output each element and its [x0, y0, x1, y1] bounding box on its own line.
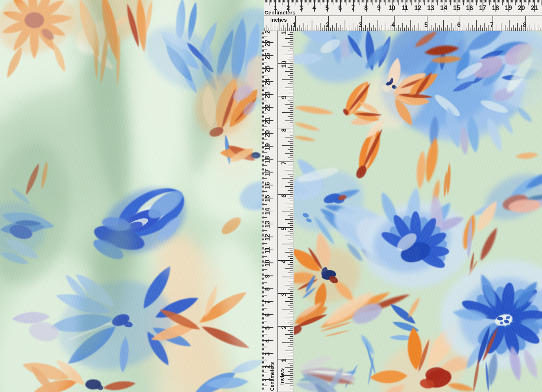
svg-text:10: 10	[264, 260, 271, 267]
svg-text:5: 5	[280, 227, 288, 231]
svg-text:2: 2	[280, 326, 288, 329]
svg-text:7: 7	[351, 4, 355, 12]
svg-text:4: 4	[280, 260, 288, 263]
svg-text:3: 3	[300, 4, 303, 12]
svg-text:22: 22	[264, 104, 271, 111]
svg-text:8: 8	[264, 287, 271, 291]
svg-text:13: 13	[264, 221, 271, 228]
svg-text:24: 24	[264, 78, 271, 86]
svg-text:19: 19	[505, 4, 512, 12]
svg-text:13: 13	[427, 4, 434, 12]
svg-text:6: 6	[264, 313, 271, 317]
svg-text:Centimeters: Centimeters	[270, 362, 275, 391]
svg-text:8: 8	[364, 4, 368, 12]
svg-text:3: 3	[280, 293, 288, 296]
svg-text:27: 27	[264, 39, 271, 46]
svg-text:4: 4	[313, 4, 316, 12]
svg-text:1: 1	[280, 358, 288, 362]
svg-text:Inches: Inches	[270, 17, 287, 23]
svg-text:4: 4	[264, 339, 271, 343]
svg-text:1: 1	[293, 21, 296, 29]
svg-text:6: 6	[338, 4, 342, 12]
svg-text:2: 2	[326, 21, 329, 29]
svg-text:7: 7	[490, 21, 494, 29]
svg-text:20: 20	[518, 4, 525, 12]
svg-text:8: 8	[280, 128, 288, 132]
svg-text:5: 5	[264, 326, 271, 330]
svg-text:10: 10	[280, 61, 288, 68]
svg-text:25: 25	[264, 65, 271, 73]
svg-text:10: 10	[388, 4, 396, 12]
svg-text:17: 17	[264, 169, 271, 176]
svg-text:18: 18	[492, 4, 499, 12]
svg-text:12: 12	[414, 4, 421, 12]
svg-text:11: 11	[401, 4, 408, 12]
svg-text:9: 9	[377, 4, 381, 12]
svg-text:16: 16	[466, 4, 473, 12]
svg-text:21: 21	[264, 117, 271, 124]
svg-text:14: 14	[440, 4, 447, 12]
svg-text:23: 23	[264, 91, 271, 98]
svg-text:5: 5	[424, 21, 428, 29]
svg-text:9: 9	[264, 274, 271, 278]
svg-text:4: 4	[391, 21, 395, 29]
svg-text:5: 5	[325, 4, 329, 12]
svg-text:21: 21	[531, 4, 538, 12]
svg-text:14: 14	[264, 208, 271, 215]
svg-text:7: 7	[280, 161, 288, 165]
svg-text:26: 26	[264, 52, 271, 60]
svg-text:16: 16	[264, 182, 271, 189]
svg-text:15: 15	[264, 195, 271, 202]
svg-text:3: 3	[358, 21, 362, 29]
svg-text:19: 19	[264, 143, 271, 150]
svg-text:11: 11	[264, 247, 271, 254]
svg-text:6: 6	[457, 21, 461, 29]
svg-text:7: 7	[264, 300, 271, 304]
svg-text:Inches: Inches	[279, 368, 285, 385]
svg-text:Centimeters: Centimeters	[264, 10, 296, 16]
svg-text:6: 6	[280, 194, 288, 198]
svg-text:17: 17	[479, 4, 486, 12]
svg-text:15: 15	[453, 4, 460, 12]
svg-text:12: 12	[264, 234, 271, 241]
svg-text:8: 8	[523, 21, 526, 29]
svg-text:3: 3	[264, 352, 271, 356]
svg-text:18: 18	[264, 156, 271, 163]
svg-text:20: 20	[264, 130, 271, 137]
svg-text:9: 9	[280, 95, 288, 99]
